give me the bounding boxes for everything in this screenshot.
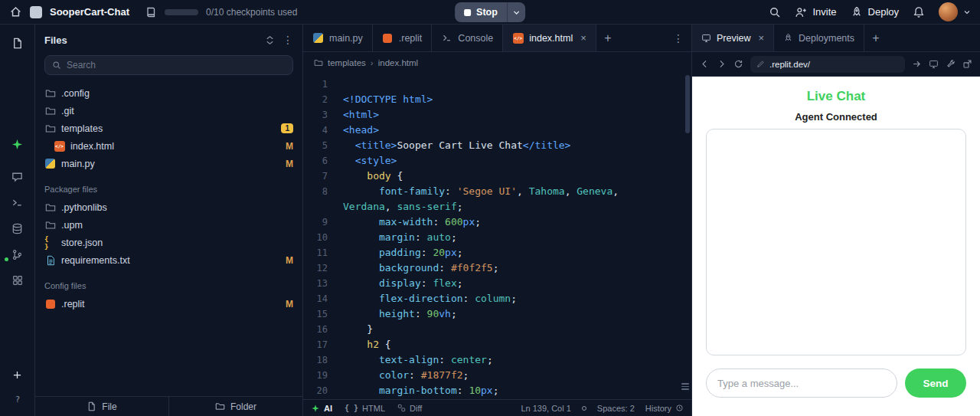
cursor-position[interactable]: Ln 139, Col 1 (521, 404, 570, 413)
code-line[interactable]: 9 max-width: 600px; (303, 215, 691, 230)
file-row-.git[interactable]: .git (35, 102, 302, 120)
shell-icon[interactable] (0, 192, 35, 213)
file-row-templates[interactable]: templates1 (35, 120, 302, 137)
code-line[interactable]: 4<head> (303, 123, 691, 138)
chevron-down-icon (512, 8, 521, 17)
tab-deployments[interactable]: Deployments (774, 25, 864, 51)
chat-messages-box[interactable] (706, 129, 966, 355)
open-external-icon[interactable] (962, 59, 972, 69)
code-line[interactable]: Verdana, sans-serif; (303, 199, 691, 215)
user-avatar (939, 2, 958, 21)
tab-index.html[interactable]: </>index.html× (503, 25, 596, 51)
file-search-input[interactable] (67, 60, 286, 70)
new-folder-label: Folder (230, 401, 256, 412)
project-name[interactable]: SooperCart-Chat (50, 6, 129, 18)
code-editor[interactable]: 12<!DOCTYPE html>3<html>4<head>5 <title>… (303, 74, 691, 399)
git-icon[interactable] (0, 244, 35, 265)
tab-.replit[interactable]: .replit (373, 25, 433, 51)
collapse-folders-icon[interactable] (265, 35, 275, 45)
help-icon[interactable]: ? (0, 388, 35, 410)
pane-resize-handle[interactable] (681, 383, 689, 390)
go-arrow-icon[interactable] (912, 59, 922, 69)
code-line[interactable]: 2<!DOCTYPE html> (303, 92, 691, 107)
code-line[interactable]: 19 color: #1877f2; (303, 368, 691, 383)
code-line[interactable]: 15 height: 90vh; (303, 306, 691, 322)
code-line[interactable]: 16 } (303, 322, 691, 337)
tab-preview[interactable]: Preview × (692, 25, 774, 51)
project-avatar[interactable] (30, 6, 42, 18)
code-line[interactable]: 11 padding: 20px; (303, 245, 691, 260)
code-line[interactable]: 17 h2 { (303, 337, 691, 352)
code-line[interactable]: 12 background: #f0f2f5; (303, 260, 691, 276)
file-row-store.json[interactable]: { }store.json (35, 234, 302, 251)
line-number: 6 (303, 153, 343, 169)
code-line[interactable]: 5 <title>Sooper Cart Live Chat</title> (303, 138, 691, 153)
stop-button[interactable]: Stop (455, 2, 507, 22)
new-file-button[interactable]: File (35, 397, 169, 416)
send-button[interactable]: Send (905, 369, 966, 398)
new-tab-icon[interactable]: + (596, 25, 619, 51)
file-row-main.py[interactable]: main.pyM (35, 155, 302, 172)
run-options-chevron[interactable] (507, 2, 525, 22)
diff-toggle[interactable]: Diff (397, 404, 422, 413)
file-row-.config[interactable]: .config (35, 84, 302, 102)
editor-scrollbar-thumb[interactable] (685, 75, 690, 133)
database-icon[interactable] (0, 218, 35, 239)
new-pane-icon[interactable]: + (864, 25, 887, 51)
all-tools-icon[interactable] (0, 270, 35, 291)
code-text: Verdana, sans-serif; (343, 199, 463, 215)
add-tool-icon[interactable] (0, 364, 35, 385)
code-line[interactable]: 8 font-family: 'Segoe UI', Tahoma, Genev… (303, 184, 691, 199)
file-row-.replit[interactable]: .replitM (35, 295, 302, 313)
home-icon[interactable] (9, 5, 22, 18)
deploy-button[interactable]: Deploy (851, 6, 899, 18)
invite-button[interactable]: Invite (795, 6, 836, 18)
close-icon[interactable]: × (758, 32, 764, 44)
braces-icon: { } (345, 404, 358, 412)
chat-message-input[interactable] (706, 369, 897, 398)
new-folder-button[interactable]: Folder (169, 397, 302, 416)
forward-icon[interactable] (717, 59, 727, 69)
chat-icon[interactable] (0, 165, 35, 187)
code-line[interactable]: 18 text-align: center; (303, 352, 691, 368)
code-line[interactable]: 14 flex-direction: column; (303, 291, 691, 306)
history-button[interactable]: History (645, 404, 684, 413)
code-line[interactable]: 10 margin: auto; (303, 230, 691, 245)
code-line[interactable]: 6 <style> (303, 153, 691, 169)
code-line[interactable]: 7 body { (303, 169, 691, 184)
breadcrumb-file[interactable]: index.html (378, 58, 418, 67)
file-row-index.html[interactable]: </>index.htmlM (35, 137, 302, 155)
back-icon[interactable] (700, 59, 710, 69)
files-menu-icon[interactable]: ⋮ (283, 34, 293, 45)
code-line[interactable]: 3<html> (303, 107, 691, 123)
close-icon[interactable]: × (580, 32, 586, 44)
language-indicator[interactable]: { } HTML (345, 404, 385, 413)
agent-icon[interactable] (0, 133, 35, 155)
account-menu[interactable] (939, 2, 971, 21)
edit-html-icon[interactable] (946, 59, 956, 69)
code-line[interactable]: 1 (303, 77, 691, 92)
code-line[interactable]: 21 } (303, 398, 691, 399)
ai-status[interactable]: AI (311, 404, 332, 413)
code-text: h2 { (343, 337, 391, 352)
search-icon[interactable] (769, 6, 781, 18)
code-line[interactable]: 13 display: flex; (303, 276, 691, 291)
url-bar[interactable]: .replit.dev/ (750, 56, 905, 73)
checkpoints-icon[interactable] (145, 6, 157, 18)
editor-scrollbar[interactable] (685, 75, 690, 396)
file-row-.pythonlibs[interactable]: .pythonlibs (35, 198, 302, 216)
file-row-requirements.txt[interactable]: requirements.txtM (35, 251, 302, 269)
json-icon: { } (44, 237, 56, 248)
refresh-icon[interactable] (733, 59, 743, 69)
tab-Console[interactable]: Console (432, 25, 503, 51)
tab-main.py[interactable]: main.py (303, 25, 373, 51)
tab-options-icon[interactable]: ⋮ (673, 33, 684, 44)
file-row-.upm[interactable]: .upm (35, 216, 302, 234)
breadcrumb-folder[interactable]: templates (328, 58, 366, 67)
devtools-icon[interactable] (929, 59, 939, 69)
code-line[interactable]: 20 margin-bottom: 10px; (303, 383, 691, 398)
file-search[interactable] (44, 55, 293, 75)
files-pane-icon[interactable] (0, 32, 35, 54)
indent-setting[interactable]: Spaces: 2 (597, 404, 635, 413)
notifications-icon[interactable] (913, 6, 925, 18)
